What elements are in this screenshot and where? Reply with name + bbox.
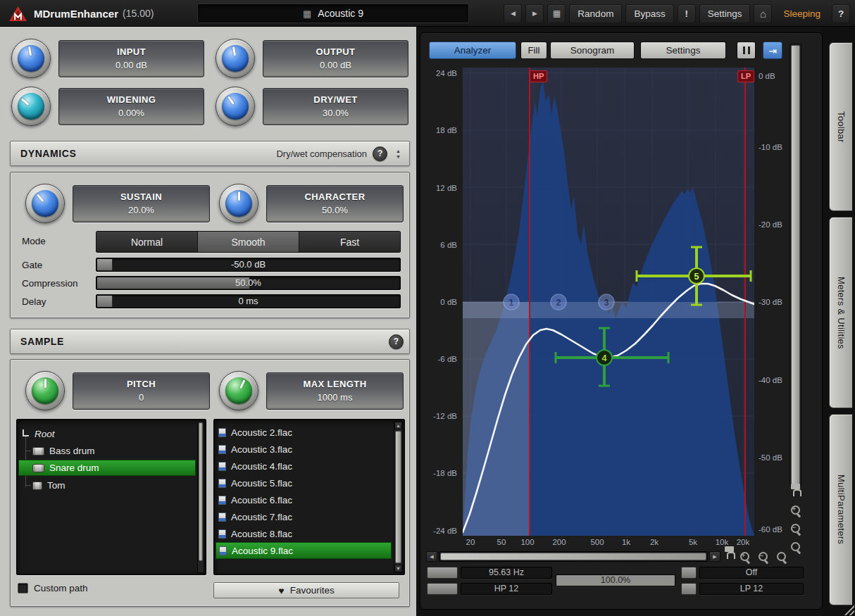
hp-freq-fader[interactable] — [427, 567, 458, 579]
graph-h-scrollbar-thumb[interactable] — [440, 553, 706, 560]
drywet-compensation-label[interactable]: Dry/wet compensation — [276, 149, 367, 159]
help-button[interactable]: ? — [832, 4, 850, 23]
tree-item-bass-drum[interactable]: Bass drum — [32, 443, 95, 459]
max-length-knob[interactable] — [219, 371, 258, 410]
chevron-up-icon: ▲ — [396, 149, 401, 153]
custom-path-checkbox[interactable] — [18, 583, 28, 593]
character-display[interactable]: CHARACTER 50.0% — [266, 185, 404, 222]
preset-browser-button[interactable]: ▦ — [547, 4, 566, 23]
delay-slider[interactable]: 0 ms — [96, 294, 401, 308]
graph-v-scrollbar[interactable] — [790, 44, 801, 486]
widening-display[interactable]: WIDENING 0.00% — [58, 88, 204, 125]
file-item[interactable]: Acoustic 5.flac — [218, 474, 292, 491]
max-length-display[interactable]: MAX LENGTH 1000 ms — [266, 372, 404, 410]
gate-slider[interactable]: -50.0 dB — [96, 258, 401, 272]
file-list-scrollbar[interactable]: ▲ ▼ — [394, 421, 403, 573]
scroll-down-button[interactable]: ▼ — [394, 565, 402, 572]
compression-slider[interactable]: 50.0% — [96, 276, 401, 290]
home-icon: ⌂ — [760, 8, 766, 20]
v-zoom-in-button[interactable]: + — [788, 503, 804, 517]
input-display[interactable]: INPUT 0.00 dB — [58, 40, 204, 77]
v-zoom-reset-button[interactable] — [788, 540, 804, 554]
dynamics-collapse-control[interactable]: ▲ ▼ — [393, 149, 404, 159]
lp-slope-display[interactable]: LP 12 — [699, 583, 804, 595]
preset-selector[interactable]: ▦ Acoustic 9 — [197, 4, 469, 23]
hp-frequency-display[interactable]: 95.63 Hz — [461, 567, 552, 579]
file-item-label: Acoustic 4.flac — [231, 461, 292, 472]
scroll-up-button[interactable]: ▲ — [394, 422, 402, 429]
output-knob[interactable] — [216, 39, 255, 78]
v-zoom-out-button[interactable]: − — [788, 522, 804, 536]
mode-normal-button[interactable]: Normal — [96, 232, 198, 252]
h-zoom-reset-button[interactable] — [774, 550, 790, 564]
drywet-knob[interactable] — [216, 87, 255, 126]
tree-item-snare-drum[interactable]: Snare drum — [18, 460, 196, 476]
lp-slope-fader[interactable] — [681, 583, 697, 595]
graph-v-scrollbar-thumb[interactable] — [791, 45, 800, 484]
graph-h-scrollbar[interactable] — [439, 551, 708, 562]
mode-fast-button[interactable]: Fast — [299, 232, 400, 252]
sample-header[interactable]: SAMPLE ? — [10, 329, 410, 354]
tree-item-tom[interactable]: Tom — [32, 477, 65, 494]
tab-fill[interactable]: Fill — [520, 42, 547, 59]
output-display[interactable]: OUTPUT 0.00 dB — [263, 40, 408, 77]
dynamics-header[interactable]: DYNAMICS Dry/wet compensation ? ▲ ▼ — [10, 141, 410, 166]
settings-button[interactable]: Settings — [699, 4, 751, 23]
tab-sonogram[interactable]: Sonogram — [550, 42, 635, 59]
pitch-knob[interactable] — [25, 371, 65, 410]
sample-help-button[interactable]: ? — [389, 334, 404, 349]
sustain-display[interactable]: SUSTAIN 20.0% — [73, 185, 210, 222]
tree-scrollbar[interactable] — [197, 421, 204, 573]
file-item-selected[interactable]: Acoustic 9.flac — [216, 542, 392, 559]
bypass-button[interactable]: Bypass — [625, 4, 673, 23]
lp-freq-fader[interactable] — [681, 567, 697, 579]
sustain-knob[interactable] — [25, 184, 65, 223]
pitch-display[interactable]: PITCH 0 — [73, 372, 210, 410]
lp-frequency-display[interactable]: Off — [699, 567, 804, 579]
y-axis-label: -6 dB — [425, 354, 457, 364]
drywet-display[interactable]: DRY/WET 30.0% — [263, 88, 408, 125]
side-tab-multiparameters[interactable]: MultiParameters — [829, 414, 852, 605]
sleeping-indicator[interactable]: Sleeping — [775, 4, 828, 23]
home-button[interactable]: ⌂ — [754, 4, 772, 23]
file-item[interactable]: Acoustic 7.flac — [218, 508, 292, 525]
warning-button[interactable]: ! — [678, 4, 696, 23]
hp-slope-fader[interactable] — [427, 583, 458, 595]
side-tab-meters-utilities[interactable]: Meters & Utilities — [829, 217, 852, 408]
mix-display[interactable]: 100.0% — [556, 574, 675, 586]
h-zoom-out-button[interactable]: − — [756, 550, 771, 564]
hp-slope-display[interactable]: HP 12 — [461, 583, 552, 595]
tree-scrollbar-thumb[interactable] — [199, 422, 203, 561]
preset-next-button[interactable]: ▶ — [525, 4, 544, 23]
file-item[interactable]: Acoustic 2.flac — [218, 424, 292, 441]
file-list-scrollbar-thumb[interactable] — [395, 431, 401, 563]
character-knob[interactable] — [219, 184, 258, 223]
tree-item-label: Root — [35, 429, 55, 439]
tab-analyzer[interactable]: Analyzer — [429, 42, 516, 59]
random-button[interactable]: Random — [569, 4, 622, 23]
file-item[interactable]: Acoustic 4.flac — [218, 458, 292, 474]
input-knob[interactable] — [11, 39, 51, 78]
hp-filter-tag[interactable]: HP — [530, 70, 547, 82]
dynamics-help-button[interactable]: ? — [373, 146, 387, 161]
h-scroll-left-button[interactable]: ◀ — [426, 551, 437, 562]
h-zoom-in-button[interactable]: + — [737, 550, 753, 564]
eq-graph[interactable]: 1 2 3 4 — [463, 68, 754, 536]
band-node-3: 3 — [604, 298, 609, 308]
tree-item-root[interactable]: Root — [20, 426, 55, 442]
h-scroll-right-button[interactable]: ▶ — [709, 551, 720, 562]
pause-button[interactable] — [737, 42, 756, 59]
lp-filter-tag[interactable]: LP — [737, 70, 754, 82]
sample-tree[interactable]: Root Bass drum Snare drum Tom — [16, 419, 206, 575]
mode-smooth-button[interactable]: Smooth — [198, 232, 299, 252]
file-item[interactable]: Acoustic 8.flac — [218, 525, 292, 542]
preset-prev-button[interactable]: ◀ — [504, 4, 522, 23]
tab-settings[interactable]: Settings — [640, 42, 726, 59]
widening-knob[interactable] — [11, 87, 51, 126]
side-tab-toolbar[interactable]: Toolbar — [829, 42, 852, 211]
file-item[interactable]: Acoustic 6.flac — [218, 491, 292, 508]
favourites-button[interactable]: ♥ Favourites — [213, 582, 399, 598]
snap-to-bar-button[interactable]: ⇥ — [763, 42, 782, 59]
file-item[interactable]: Acoustic 3.flac — [218, 441, 292, 458]
sample-file-list[interactable]: Acoustic 2.flac Acoustic 3.flac Acoustic… — [213, 419, 405, 575]
